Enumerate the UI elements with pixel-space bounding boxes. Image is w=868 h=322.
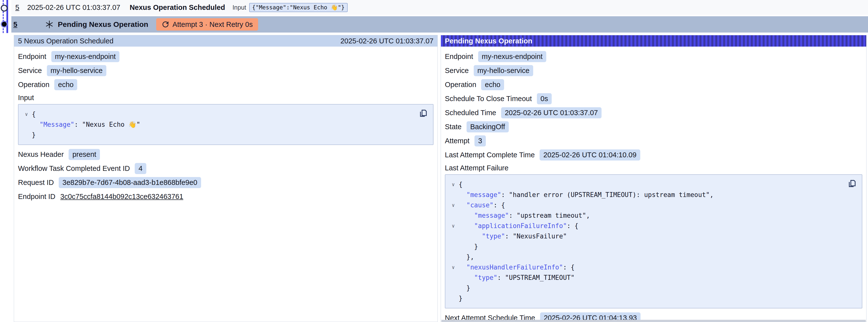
json-line: } (448, 293, 846, 303)
field-value-badge: BackingOff (467, 121, 509, 132)
scheduled-panel-title: 5 Nexus Operation Scheduled (18, 37, 114, 45)
field-label: Endpoint ID (18, 193, 56, 201)
json-key: "type" (482, 231, 505, 242)
event-row-pending[interactable]: 5 Pending Nexus Operation Attempt 3 · Ne… (11, 16, 868, 33)
collapse-chevron-icon (448, 293, 459, 303)
next-section-cutoff-bar (441, 320, 866, 322)
scheduled-event-panel: 5 Nexus Operation Scheduled 2025-02-26 U… (14, 35, 438, 322)
field-value-badge: 0s (537, 93, 552, 104)
input-section-label: Input (18, 92, 434, 103)
json-text: }, (466, 252, 474, 262)
field-value-badge: 2025-02-26 UTC 01:04:10.09 (539, 150, 640, 161)
field-endpoint-id: Endpoint ID 3c0c75ccfa8144b092c13ce63246… (18, 190, 434, 204)
timeline-selection-bar (6, 0, 8, 33)
event-title: Nexus Operation Scheduled (129, 3, 225, 11)
json-text: : { (563, 262, 575, 272)
field-label: Request ID (18, 179, 54, 187)
collapse-chevron-icon (21, 130, 32, 140)
json-line: "message": "upstream timeout", (448, 210, 846, 221)
json-line: } (448, 242, 846, 252)
field-request-id: Request ID 3e829b7e-7d67-4b08-aad3-b1e86… (18, 175, 434, 190)
json-line: "type": "NexusFailure" (448, 231, 846, 242)
pending-asterisk-icon (45, 20, 54, 29)
json-indent (459, 242, 474, 252)
pending-operation-panel: Pending Nexus Operation Endpoint my-nexu… (441, 35, 867, 322)
pending-id-link[interactable]: 5 (13, 21, 17, 29)
json-line: ∨ "cause": { (448, 200, 846, 210)
field-value-badge: my-nexus-endpoint (478, 51, 547, 62)
collapse-chevron-icon (448, 231, 459, 242)
json-line: ∨ "nexusHandlerFailureInfo": { (448, 262, 846, 272)
event-row-scheduled[interactable]: 5 2025-02-26 UTC 01:03:37.07 Nexus Opera… (11, 0, 868, 15)
pending-panel-header: Pending Nexus Operation (441, 35, 866, 46)
pending-panel-title: Pending Nexus Operation (445, 37, 532, 45)
collapse-chevron-icon[interactable]: ∨ (448, 221, 459, 231)
field-label: State (445, 123, 462, 131)
field-label: Last Attempt Complete Time (445, 151, 535, 159)
field-label: Attempt (445, 137, 469, 145)
field-label: Schedule To Close Timeout (445, 95, 532, 103)
attempt-retry-text: Attempt 3 · Next Retry 0s (173, 21, 253, 29)
field-label: Service (445, 67, 469, 75)
retry-icon (162, 21, 169, 28)
json-line: ∨ { (21, 109, 417, 119)
json-text: { (32, 109, 36, 119)
field-label: Workflow Task Completed Event ID (18, 164, 130, 172)
event-timestamp: 2025-02-26 UTC 01:03:37.07 (27, 3, 120, 11)
timeline-node-open-icon (1, 5, 8, 11)
json-indent (459, 200, 466, 210)
collapse-chevron-icon (448, 252, 459, 262)
json-line: } (448, 283, 846, 293)
copy-icon[interactable] (847, 179, 858, 189)
field-value-badge: 3 (474, 135, 486, 147)
collapse-chevron-icon (448, 242, 459, 252)
field-scheduled-time: Scheduled Time 2025-02-26 UTC 01:03:37.0… (445, 106, 862, 120)
collapse-chevron-icon (448, 190, 459, 200)
copy-icon[interactable] (419, 108, 429, 118)
field-label: Operation (445, 80, 476, 89)
field-service: Service my-hello-service (18, 64, 434, 78)
json-line: } (21, 130, 417, 140)
collapse-chevron-icon[interactable]: ∨ (448, 179, 459, 190)
json-line: "message": "handler error (UPSTREAM_TIME… (448, 190, 846, 200)
json-line: "Message": "Nexus Echo 👋" (21, 119, 417, 130)
event-input-label: Input (232, 4, 246, 11)
collapse-chevron-icon[interactable]: ∨ (448, 200, 459, 210)
pending-title: Pending Nexus Operation (58, 20, 148, 29)
json-key: "nexusHandlerFailureInfo" (466, 262, 563, 272)
json-text: : { (567, 221, 578, 231)
json-key: "type" (474, 272, 497, 283)
timeline-node-filled-icon (1, 21, 8, 28)
json-key: "Message" (39, 119, 74, 130)
collapse-chevron-icon (448, 283, 459, 293)
collapse-chevron-icon (448, 210, 459, 221)
event-id-link[interactable]: 5 (15, 3, 19, 11)
json-key: "message" (466, 190, 501, 200)
field-operation: Operation echo (445, 78, 862, 92)
field-value-badge: echo (481, 79, 504, 90)
json-text: : { (493, 200, 505, 210)
json-indent (459, 210, 474, 221)
field-last-attempt-complete-time: Last Attempt Complete Time 2025-02-26 UT… (445, 148, 862, 162)
collapse-chevron-icon[interactable]: ∨ (448, 262, 459, 272)
field-value-badge: my-nexus-endpoint (51, 51, 120, 62)
json-indent (459, 221, 474, 231)
field-value-badge: 2025-02-26 UTC 01:03:37.07 (501, 107, 601, 118)
field-value-badge: 4 (135, 163, 146, 174)
collapse-chevron-icon[interactable]: ∨ (21, 109, 32, 119)
json-line: ∨ "applicationFailureInfo": { (448, 221, 846, 231)
endpoint-id-link[interactable]: 3c0c75ccfa8144b092c13ce632463761 (60, 193, 183, 201)
event-input-preview-chip[interactable]: {"Message":"Nexus Echo 👋"} (249, 3, 348, 12)
json-text: } (32, 130, 36, 140)
json-text: : "upstream timeout", (509, 210, 590, 221)
field-label: Scheduled Time (445, 109, 496, 117)
field-value-badge: 3e829b7e-7d67-4b08-aad3-b1e868bfe9e0 (59, 177, 201, 188)
json-indent (459, 231, 482, 242)
json-key: "applicationFailureInfo" (474, 221, 567, 231)
json-line: }, (448, 252, 846, 262)
field-service: Service my-hello-service (445, 64, 862, 78)
json-text: } (459, 293, 463, 303)
field-endpoint: Endpoint my-nexus-endpoint (445, 50, 862, 64)
json-text: : "Nexus Echo 👋" (74, 119, 140, 130)
field-label: Endpoint (18, 53, 46, 61)
